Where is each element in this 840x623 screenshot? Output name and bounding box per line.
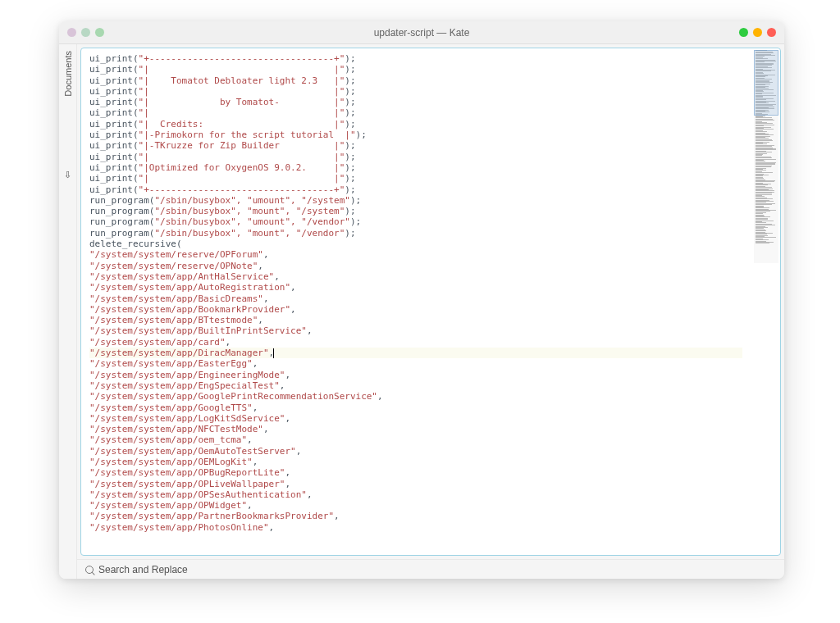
code-editor[interactable]: ui_print("+-----------------------------… <box>81 48 751 555</box>
code-line[interactable]: "/system/system/app/NFCTestMode", <box>89 424 742 434</box>
code-line[interactable]: run_program("/sbin/busybox", "umount", "… <box>89 195 742 206</box>
code-line[interactable]: "/system/system/app/AutoRegistration", <box>89 282 742 293</box>
minimap-viewport[interactable] <box>754 50 778 116</box>
code-line[interactable]: "/system/system/app/DiracManager", <box>89 348 742 358</box>
code-line[interactable]: run_program("/sbin/busybox", "mount", "/… <box>89 206 742 216</box>
code-line[interactable]: "/system/system/reserve/OPForum", <box>89 249 742 260</box>
window-controls <box>739 28 776 37</box>
code-line[interactable]: ui_print("| |"); <box>89 173 742 184</box>
code-line[interactable]: ui_print("| |"); <box>89 86 742 97</box>
code-line[interactable]: "/system/system/app/AntHalService", <box>89 271 742 282</box>
window-title: updater-script — Kate <box>374 27 470 39</box>
code-line[interactable]: "/system/system/app/BasicDreams", <box>89 293 742 304</box>
minimap[interactable] <box>754 50 778 263</box>
code-line[interactable]: ui_print("|-TKruzze for Zip Builder |"); <box>89 140 742 151</box>
code-line[interactable]: delete_recursive( <box>89 239 742 249</box>
download-icon[interactable]: ⇩ <box>64 171 71 180</box>
code-line[interactable]: "/system/system/app/GooglePrintRecommend… <box>89 391 742 402</box>
close-button[interactable] <box>767 28 776 37</box>
code-line[interactable]: "/system/system/app/BookmarkProvider", <box>89 304 742 315</box>
code-line[interactable]: "/system/system/app/BTtestmode", <box>89 315 742 325</box>
code-line[interactable]: "/system/system/app/oem_tcma", <box>89 434 742 445</box>
code-line[interactable]: ui_print("| Credits: |"); <box>89 119 742 130</box>
code-line[interactable]: ui_print("| |"); <box>89 64 742 75</box>
code-line[interactable]: ui_print("| |"); <box>89 107 742 118</box>
search-icon <box>85 566 94 574</box>
code-line[interactable]: "/system/system/app/EngSpecialTest", <box>89 380 742 391</box>
code-line[interactable]: "/system/system/app/OPBugReportLite", <box>89 467 742 478</box>
code-line[interactable]: ui_print("| |"); <box>89 152 742 162</box>
main-area: ui_print("+-----------------------------… <box>77 44 784 579</box>
code-line[interactable]: run_program("/sbin/busybox", "mount", "/… <box>89 228 742 239</box>
code-line[interactable]: ui_print("| by Tomatot- |"); <box>89 97 742 107</box>
deco-dot <box>81 28 90 37</box>
code-line[interactable]: run_program("/sbin/busybox", "umount", "… <box>89 216 742 227</box>
code-line[interactable]: ui_print("| Tomatot Debloater light 2.3 … <box>89 75 742 86</box>
code-line[interactable]: "/system/system/app/OEMLogKit", <box>89 457 742 467</box>
search-replace-button[interactable]: Search and Replace <box>98 564 188 575</box>
window-body: Documents ⇩ ui_print("+-----------------… <box>59 44 784 579</box>
sidebar: Documents ⇩ <box>59 44 77 579</box>
code-line[interactable]: "/system/system/app/GoogleTTS", <box>89 402 742 413</box>
deco-dot <box>67 28 76 37</box>
code-line[interactable]: "/system/system/app/PhotosOnline", <box>89 522 742 533</box>
code-line[interactable]: "/system/system/app/OPLiveWallpaper", <box>89 479 742 489</box>
footer-bar: Search and Replace <box>77 559 784 579</box>
documents-tab[interactable]: Documents <box>63 51 73 97</box>
code-line[interactable]: "/system/system/reserve/OPNote", <box>89 261 742 271</box>
code-line[interactable]: "/system/system/app/OemAutoTestServer", <box>89 446 742 457</box>
code-line[interactable]: "/system/system/app/LogKitSdService", <box>89 413 742 424</box>
titlebar-left-dots <box>67 28 104 37</box>
code-line[interactable]: "/system/system/app/EasterEgg", <box>89 358 742 369</box>
app-window: updater-script — Kate Documents ⇩ ui_pri… <box>59 21 784 579</box>
code-line[interactable]: ui_print("+-----------------------------… <box>89 184 742 195</box>
editor-container: ui_print("+-----------------------------… <box>80 48 781 556</box>
code-line[interactable]: "/system/system/app/OPSesAuthentication"… <box>89 489 742 500</box>
code-line[interactable]: "/system/system/app/PartnerBookmarksProv… <box>89 511 742 521</box>
code-line[interactable]: ui_print("+-----------------------------… <box>89 53 742 64</box>
code-line[interactable]: "/system/system/app/BuiltInPrintService"… <box>89 325 742 336</box>
code-line[interactable]: "/system/system/app/card", <box>89 337 742 348</box>
minimize-button[interactable] <box>739 28 748 37</box>
deco-dot <box>95 28 104 37</box>
maximize-button[interactable] <box>753 28 762 37</box>
titlebar[interactable]: updater-script — Kate <box>59 21 784 44</box>
code-line[interactable]: "/system/system/app/OPWidget", <box>89 500 742 511</box>
text-cursor <box>273 348 274 358</box>
code-line[interactable]: ui_print("|Optimized for OxygenOS 9.0.2.… <box>89 162 742 173</box>
code-line[interactable]: "/system/system/app/EngineeringMode", <box>89 370 742 380</box>
code-line[interactable]: ui_print("|-Primokorn for the script tut… <box>89 130 742 140</box>
